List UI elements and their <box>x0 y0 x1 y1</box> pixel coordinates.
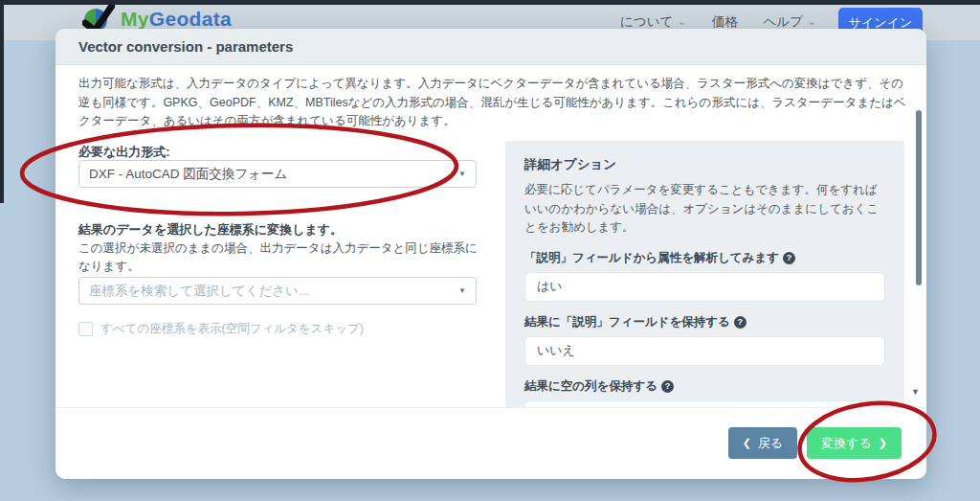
field-label-parse-attributes: 「説明」フィールドから属性を解析してみます ? <box>524 250 885 266</box>
modal-title: Vector conversion - parameters <box>78 38 293 55</box>
conversion-intro-text: 出力可能な形式は、入力データのタイプによって異なります。入力データにベクターデー… <box>78 75 907 131</box>
chevron-down-icon: ⌄ <box>808 17 815 27</box>
field-parse-attributes-select[interactable]: はい <box>524 272 885 302</box>
crs-description: この選択が未選択のままの場合、出力データは入力データと同じ座標系になります。 <box>78 239 484 276</box>
field-keep-description-select[interactable]: いいえ <box>524 336 885 366</box>
back-button[interactable]: ❮ 戻る <box>728 427 798 459</box>
modal-header: Vector conversion - parameters <box>56 29 926 65</box>
output-format-select[interactable]: DXF - AutoCAD 図面交換フォーム ▼ <box>78 160 477 188</box>
vector-conversion-modal: Vector conversion - parameters 出力可能な形式は、… <box>56 29 926 479</box>
modal-footer: ❮ 戻る 変換する ❯ <box>56 407 926 479</box>
screenshot-edge-left <box>0 0 4 203</box>
chevron-right-icon: ❯ <box>879 438 887 448</box>
field-label-keep-empty-columns: 結果に空の列を保持する ? <box>524 378 885 395</box>
caret-down-icon: ▼ <box>458 287 466 295</box>
chevron-left-icon: ❮ <box>743 438 751 448</box>
output-format-label: 必要な出力形式: <box>78 144 170 161</box>
screenshot-edge-top <box>0 0 980 5</box>
scroll-down-icon[interactable]: ▼ <box>911 387 920 397</box>
convert-button[interactable]: 変換する ❯ <box>807 427 902 459</box>
crs-search-placeholder: 座標系を検索して選択してください... <box>89 283 309 300</box>
caret-down-icon: ▼ <box>458 171 466 178</box>
help-icon[interactable]: ? <box>661 380 674 393</box>
crs-heading: 結果のデータを選択した座標系に変換します。 <box>78 221 343 239</box>
help-icon[interactable]: ? <box>783 252 795 264</box>
scrollbar-thumb[interactable] <box>916 110 922 285</box>
chevron-down-icon: ⌄ <box>678 17 685 27</box>
show-all-crs-label: すべての座標系を表示(空間フィルタをスキップ) <box>100 321 364 337</box>
crs-search-select[interactable]: 座標系を検索して選択してください... ▼ <box>78 277 477 305</box>
advanced-options-description: 必要に応じてパラメータを変更することもできます。何をすればいいのかわからない場合… <box>524 181 885 238</box>
advanced-options-panel: 詳細オプション 必要に応じてパラメータを変更することもできます。何をすればいいの… <box>505 141 904 407</box>
field-label-keep-description: 結果に「説明」フィールドを保持する ? <box>524 314 885 330</box>
brand-name: MyGeodata <box>121 8 232 31</box>
show-all-crs-checkbox[interactable] <box>78 322 93 336</box>
field-keep-empty-columns-select[interactable]: いいえ <box>524 400 885 408</box>
advanced-options-title: 詳細オプション <box>524 156 885 173</box>
output-format-value: DXF - AutoCAD 図面交換フォーム <box>89 166 287 183</box>
help-icon[interactable]: ? <box>734 316 746 329</box>
show-all-crs-row[interactable]: すべての座標系を表示(空間フィルタをスキップ) <box>78 321 364 337</box>
